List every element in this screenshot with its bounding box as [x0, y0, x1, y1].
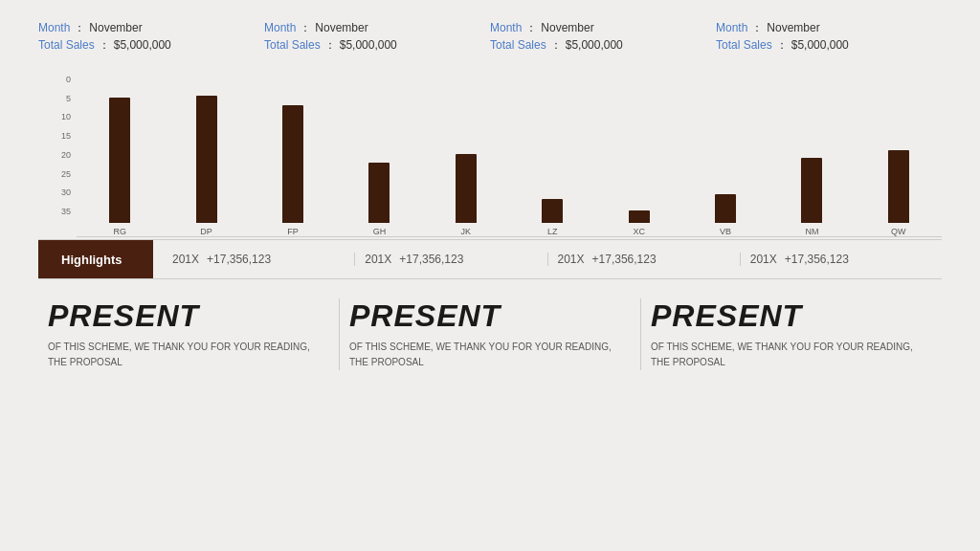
present-text: OF THIS SCHEME, WE THANK YOU FOR YOUR RE… — [651, 340, 923, 370]
sales-value-4: $5,000,000 — [791, 36, 849, 54]
month-value-3: November — [541, 19, 593, 36]
sales-value-1: $5,000,000 — [114, 36, 171, 54]
highlight-year: 201X — [365, 253, 391, 266]
highlight-value: +17,356,123 — [207, 253, 271, 266]
bar-x-label: DP — [200, 227, 212, 236]
bar-x-label: GH — [373, 227, 387, 236]
bar-group: FP — [250, 96, 336, 236]
highlight-year: 201X — [558, 253, 585, 266]
y-axis-label: 25 — [38, 169, 75, 179]
present-text: OF THIS SCHEME, WE THANK YOU FOR YOUR RE… — [48, 340, 320, 370]
y-axis-label: 10 — [38, 112, 75, 121]
highlights-row: Highlights 201X+17,356,123201X+17,356,12… — [38, 239, 942, 279]
month-value-2: November — [315, 19, 368, 36]
bar-group: QW — [856, 96, 942, 236]
bar-group: DP — [163, 96, 249, 236]
chart-container: 35302520151050 RGDPFPGHJKLZXCVBNMQW — [38, 75, 942, 237]
y-axis: 35302520151050 — [38, 75, 75, 216]
y-axis-label: 30 — [38, 187, 75, 197]
bar — [456, 154, 477, 223]
y-axis-label: 5 — [38, 94, 75, 103]
bars-area: RGDPFPGHJKLZXCVBNMQW — [77, 96, 942, 237]
y-axis-label: 15 — [38, 131, 75, 141]
bar — [282, 105, 303, 223]
present-title: PRESENT — [349, 298, 621, 334]
y-axis-label: 35 — [38, 207, 75, 216]
bar — [542, 199, 563, 223]
present-block-1: PRESENTOF THIS SCHEME, WE THANK YOU FOR … — [38, 298, 340, 370]
month-label-2: Month — [264, 19, 296, 36]
bar — [196, 96, 217, 223]
bar — [715, 194, 736, 223]
highlight-segment: 201X+17,356,123 — [355, 253, 547, 266]
month-label-3: Month — [490, 19, 522, 36]
present-block-2: PRESENTOF THIS SCHEME, WE THANK YOU FOR … — [340, 298, 641, 370]
highlights-tab: Highlights — [38, 240, 153, 278]
bar-group: NM — [768, 96, 855, 236]
y-axis-label: 20 — [38, 150, 75, 160]
bar-x-label: QW — [891, 227, 906, 236]
bar-group: LZ — [509, 96, 595, 236]
sales-label-1: Total Sales — [38, 36, 95, 54]
bar-group: XC — [595, 96, 681, 236]
sales-label-2: Total Sales — [264, 36, 321, 54]
month-value-4: November — [767, 19, 819, 36]
highlight-segment: 201X+17,356,123 — [163, 253, 355, 266]
present-title: PRESENT — [48, 298, 320, 334]
main-container: Month ： November Total Sales ： $5,000,00… — [0, 0, 980, 551]
stat-block-4: Month ： November Total Sales ： $5,000,00… — [716, 19, 942, 54]
y-axis-label: 0 — [38, 75, 75, 84]
sales-value-2: $5,000,000 — [340, 36, 397, 54]
bar-group: JK — [423, 96, 509, 236]
month-label-1: Month — [38, 19, 70, 36]
bar-x-label: JK — [461, 227, 472, 236]
bar-group: VB — [682, 96, 768, 236]
chart-area: 35302520151050 RGDPFPGHJKLZXCVBNMQW — [38, 65, 942, 237]
month-label-4: Month — [716, 19, 747, 36]
sales-label-3: Total Sales — [490, 36, 546, 54]
stats-row: Month ： November Total Sales ： $5,000,00… — [38, 19, 942, 54]
bar-x-label: RG — [113, 227, 126, 236]
highlight-value: +17,356,123 — [399, 253, 463, 266]
highlight-year: 201X — [172, 253, 199, 266]
present-text: OF THIS SCHEME, WE THANK YOU FOR YOUR RE… — [349, 340, 621, 370]
bar-group: RG — [77, 96, 163, 236]
stat-block-2: Month ： November Total Sales ： $5,000,00… — [264, 19, 490, 54]
sales-label-4: Total Sales — [716, 36, 772, 54]
bar-x-label: LZ — [547, 227, 558, 236]
highlight-value: +17,356,123 — [785, 253, 849, 266]
bar — [109, 98, 130, 223]
month-value-1: November — [89, 19, 142, 36]
highlight-value: +17,356,123 — [592, 253, 657, 266]
highlight-segment: 201X+17,356,123 — [741, 253, 932, 266]
bar — [801, 158, 822, 223]
bar — [629, 210, 650, 223]
highlight-year: 201X — [750, 253, 777, 266]
present-block-3: PRESENTOF THIS SCHEME, WE THANK YOU FOR … — [641, 298, 942, 370]
bar — [888, 150, 909, 223]
bar — [368, 163, 390, 223]
stat-block-3: Month ： November Total Sales ： $5,000,00… — [490, 19, 716, 54]
present-section: PRESENTOF THIS SCHEME, WE THANK YOU FOR … — [38, 298, 942, 370]
bar-x-label: XC — [633, 227, 645, 236]
bar-x-label: FP — [287, 227, 299, 236]
bar-group: GH — [336, 96, 422, 236]
highlight-segment: 201X+17,356,123 — [548, 253, 741, 266]
bar-x-label: NM — [805, 227, 818, 236]
present-title: PRESENT — [651, 298, 923, 334]
sales-value-3: $5,000,000 — [566, 36, 623, 54]
bar-x-label: VB — [720, 227, 731, 236]
stat-block-1: Month ： November Total Sales ： $5,000,00… — [38, 19, 264, 54]
highlights-data: 201X+17,356,123201X+17,356,123201X+17,35… — [153, 240, 942, 278]
